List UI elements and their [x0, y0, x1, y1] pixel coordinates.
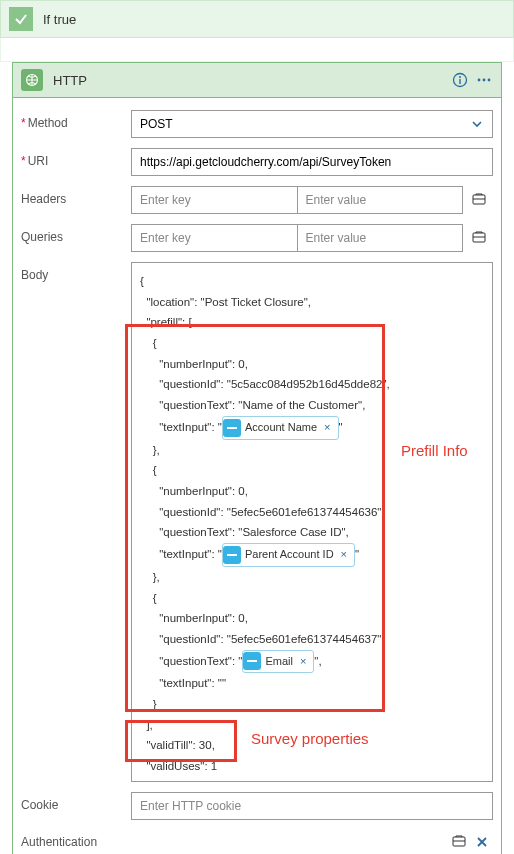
token-email[interactable]: Email×	[242, 650, 314, 674]
dynamic-content-icon	[223, 419, 241, 437]
query-key-input[interactable]: Enter key	[131, 224, 297, 252]
token-parent-account-id[interactable]: Parent Account ID×	[222, 543, 355, 567]
header-key-input[interactable]: Enter key	[131, 186, 297, 214]
more-icon[interactable]	[475, 71, 493, 89]
svg-point-4	[478, 79, 481, 82]
headers-label: Headers	[21, 186, 131, 206]
delete-auth-icon[interactable]	[475, 835, 493, 849]
body-input[interactable]: { "location": "Post Ticket Closure", "pr…	[131, 262, 493, 782]
globe-icon	[21, 69, 43, 91]
check-icon	[9, 7, 33, 31]
method-value: POST	[140, 117, 173, 131]
auth-section-label: Authentication	[21, 835, 97, 849]
method-label: *Method	[21, 110, 131, 130]
http-card: HTTP *Method POST	[12, 62, 502, 854]
condition-header[interactable]: If true	[0, 0, 514, 38]
http-card-header[interactable]: HTTP	[13, 63, 501, 98]
dynamic-content-icon	[243, 652, 261, 670]
token-remove-icon[interactable]: ×	[338, 545, 350, 565]
token-account-name[interactable]: Account Name×	[222, 416, 339, 440]
cookie-input[interactable]: Enter HTTP cookie	[131, 792, 493, 820]
body-label: Body	[21, 262, 131, 282]
svg-point-2	[459, 76, 461, 78]
dynamic-content-icon	[223, 546, 241, 564]
chevron-down-icon	[470, 117, 484, 131]
svg-point-5	[483, 79, 486, 82]
condition-label: If true	[43, 12, 76, 27]
uri-label: *URI	[21, 148, 131, 168]
add-query-icon[interactable]	[471, 230, 493, 246]
add-header-icon[interactable]	[471, 192, 493, 208]
method-select[interactable]: POST	[131, 110, 493, 138]
header-value-input[interactable]: Enter value	[297, 186, 464, 214]
info-icon[interactable]	[451, 71, 469, 89]
cookie-label: Cookie	[21, 792, 131, 812]
switch-mode-icon[interactable]	[451, 834, 469, 850]
uri-input[interactable]: https://api.getcloudcherry.com/api/Surve…	[131, 148, 493, 176]
queries-label: Queries	[21, 224, 131, 244]
token-remove-icon[interactable]: ×	[321, 418, 333, 438]
token-remove-icon[interactable]: ×	[297, 652, 309, 672]
svg-point-6	[488, 79, 491, 82]
http-card-title: HTTP	[53, 73, 445, 88]
query-value-input[interactable]: Enter value	[297, 224, 464, 252]
svg-rect-3	[459, 79, 460, 84]
